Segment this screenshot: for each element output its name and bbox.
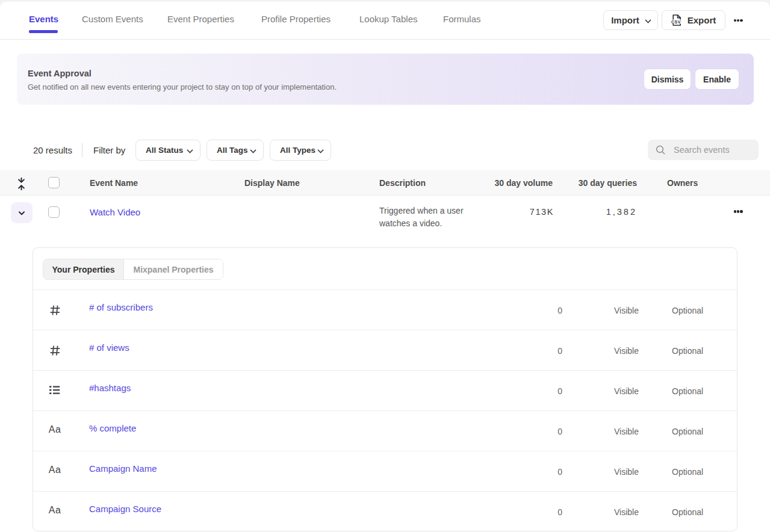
svg-text:CSV: CSV — [671, 20, 681, 24]
